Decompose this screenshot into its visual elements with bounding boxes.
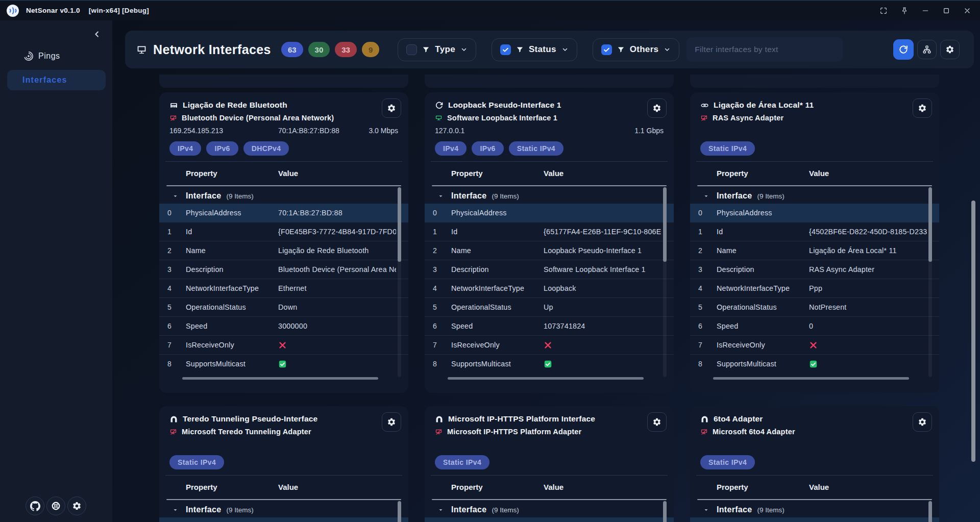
row-property: SupportsMulticast [186, 355, 246, 374]
card-settings-button[interactable] [382, 98, 401, 118]
row-property: OperationalStatus [451, 298, 511, 317]
table-row[interactable]: 5OperationalStatusNotPresent [690, 298, 939, 317]
table-row[interactable]: 0PhysicalAddress [425, 204, 674, 222]
table-row[interactable]: 2NameLigação de Rede Bluetooth [159, 241, 408, 260]
table-horizontal-scrollbar[interactable] [182, 377, 378, 380]
row-property: SupportsMulticast [451, 355, 511, 374]
table-row[interactable]: 7IsReceiveOnly [159, 336, 408, 355]
table-row[interactable]: 7IsReceiveOnly [425, 336, 674, 355]
interface-card: Ligação de Área Local* 11RAS Async Adapt… [690, 92, 939, 393]
row-property: SupportsMulticast [717, 355, 776, 374]
card-settings-button[interactable] [913, 412, 932, 432]
search-input[interactable] [687, 37, 843, 62]
sidebar-item-pings[interactable]: Pings [0, 45, 112, 67]
card-settings-button[interactable] [647, 412, 667, 432]
page-vertical-scrollbar[interactable] [971, 201, 975, 462]
maximize-button[interactable] [940, 4, 953, 17]
main-content: Network Interfaces 6330339 Type Status O… [112, 20, 980, 522]
table-horizontal-scrollbar[interactable] [713, 377, 909, 380]
table-row[interactable]: 2NameLoopback Pseudo-Interface 1 [425, 241, 674, 260]
sidebar-collapse-button[interactable] [90, 28, 104, 41]
table-row[interactable]: 5OperationalStatusUp [425, 298, 674, 317]
filter-status-button[interactable]: Status [492, 38, 577, 61]
row-property: Description [451, 260, 489, 279]
table-row[interactable]: 3DescriptionRAS Async Adapter [690, 260, 939, 279]
table-row[interactable]: 0PhysicalAddress [690, 204, 939, 222]
table-row[interactable]: 5OperationalStatusDown [159, 298, 408, 317]
row-index: 4 [433, 279, 437, 298]
table-group-row[interactable]: Interface(9 Items) [690, 503, 939, 516]
close-button[interactable] [961, 4, 974, 17]
table-row[interactable]: 8SupportsMulticast [690, 355, 939, 374]
table-row[interactable]: 1Id{F0E45BF3-7772-4B84-917D-7FD01C9 [159, 222, 408, 241]
table-row[interactable]: 6Speed0 [690, 317, 939, 336]
funnel-icon [617, 45, 625, 54]
table-group-row[interactable]: Interface(9 Items) [159, 503, 408, 516]
table-row[interactable]: 3DescriptionBluetooth Device (Personal A… [159, 260, 408, 279]
page-settings-button[interactable] [940, 40, 960, 59]
sidebar-item-interfaces[interactable]: Interfaces [7, 70, 106, 90]
table-vertical-scrollbar[interactable] [663, 187, 667, 262]
checkbox-checked-icon[interactable] [500, 44, 511, 55]
link-speed: 3.0 Mbps [369, 127, 398, 135]
row-index: 3 [167, 260, 172, 279]
protocol-badges: Static IPv4 [435, 455, 664, 469]
card-settings-button[interactable] [913, 98, 932, 118]
interface-card: Teredo Tunneling Pseudo-InterfaceMicroso… [159, 406, 408, 522]
table-row[interactable]: 0PhysicalAddress [159, 517, 408, 522]
group-label: Interface [717, 191, 752, 201]
table-row[interactable]: 1Id{4502BF6E-D822-450D-8185-D2335B2 [690, 222, 939, 241]
row-value: 0 [809, 317, 927, 336]
table-row[interactable]: 0PhysicalAddress70:1A:B8:27:BD:88 [159, 204, 408, 222]
filter-others-button[interactable]: Others [593, 38, 680, 61]
pin-window-button[interactable] [898, 4, 911, 17]
interface-addresses: 127.0.0.11.1 Gbps [435, 127, 664, 137]
table-row[interactable]: 3DescriptionSoftware Loopback Interface … [425, 260, 674, 279]
table-row[interactable]: 7IsReceiveOnly [690, 336, 939, 355]
table-vertical-scrollbar[interactable] [928, 501, 932, 522]
table-vertical-scrollbar[interactable] [928, 187, 932, 262]
table-row[interactable]: 4NetworkInterfaceTypeLoopback [425, 279, 674, 298]
checkbox-checked-icon[interactable] [601, 44, 612, 55]
row-index: 0 [433, 204, 437, 222]
table-row[interactable]: 2NameLigação de Área Local* 11 [690, 241, 939, 260]
table-group-row[interactable]: Interface(9 Items) [425, 503, 674, 516]
github-button[interactable] [26, 496, 44, 515]
row-index: 8 [433, 355, 437, 374]
checked-box-icon [544, 360, 552, 368]
table-vertical-scrollbar[interactable] [398, 187, 401, 262]
table-row[interactable]: 8SupportsMulticast [425, 355, 674, 374]
network-map-button[interactable] [917, 40, 937, 59]
card-settings-button[interactable] [382, 412, 401, 432]
table-row[interactable]: 4NetworkInterfaceTypePpp [690, 279, 939, 298]
settings-button[interactable] [67, 496, 86, 515]
group-label: Interface [717, 505, 752, 514]
fullscreen-button[interactable] [877, 4, 890, 17]
loopback-icon [435, 101, 444, 110]
table-vertical-scrollbar[interactable] [663, 501, 667, 522]
table-group-row[interactable]: Interface(9 Items) [425, 189, 674, 203]
table-row[interactable]: 6Speed3000000 [159, 317, 408, 336]
checkbox-unchecked-icon[interactable] [406, 44, 417, 55]
minimize-button[interactable] [919, 4, 932, 17]
table-rows: 0PhysicalAddress70:1A:B8:27:BD:881Id{F0E… [159, 204, 408, 374]
filter-label: Others [630, 44, 659, 55]
table-row[interactable]: 6Speed1073741824 [425, 317, 674, 336]
table-horizontal-scrollbar[interactable] [448, 377, 644, 380]
row-property: NetworkInterfaceType [186, 279, 259, 298]
table-row[interactable]: 0PhysicalAddress [690, 517, 939, 522]
table-row[interactable]: 1Id{65177FA4-E26B-11EF-9C10-806E6F6E [425, 222, 674, 241]
table-group-row[interactable]: Interface(9 Items) [159, 189, 408, 203]
row-value: Bluetooth Device (Personal Area Net [278, 260, 396, 279]
card-settings-button[interactable] [647, 98, 667, 118]
table-vertical-scrollbar[interactable] [398, 501, 401, 522]
row-property: PhysicalAddress [186, 517, 241, 522]
fullscreen-icon [879, 7, 888, 15]
table-row[interactable]: 4NetworkInterfaceTypeEthernet [159, 279, 408, 298]
table-group-row[interactable]: Interface(9 Items) [690, 189, 939, 203]
filter-type-button[interactable]: Type [398, 38, 476, 61]
table-row[interactable]: 8SupportsMulticast [159, 355, 408, 374]
refresh-button[interactable] [893, 39, 914, 60]
support-button[interactable] [46, 496, 65, 515]
table-row[interactable]: 0PhysicalAddress [425, 517, 674, 522]
